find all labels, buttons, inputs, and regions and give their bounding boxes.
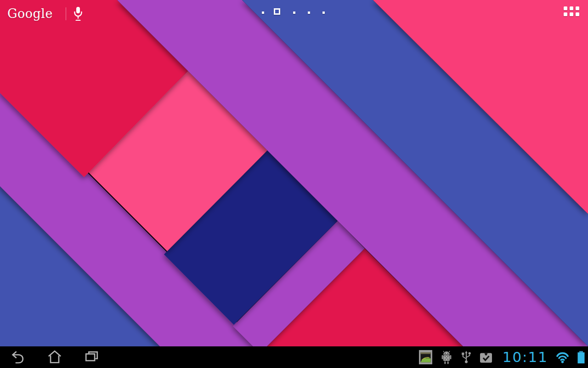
status-clock: 10:11 (503, 346, 548, 368)
page-dot-1[interactable] (262, 12, 264, 14)
grid-square-icon (570, 12, 573, 16)
grid-square-icon (564, 6, 567, 10)
status-tray[interactable]: 10:11 (418, 346, 585, 368)
battery-icon (577, 351, 585, 364)
home-button[interactable] (47, 349, 62, 365)
usb-debugging-android-icon (440, 350, 453, 365)
microphone-icon (73, 6, 83, 22)
all-apps-button[interactable] (564, 6, 579, 16)
grid-square-icon (564, 12, 567, 16)
grid-square-icon (570, 6, 573, 10)
home-top-bar: Google (0, 0, 588, 28)
recent-apps-button[interactable] (84, 349, 99, 365)
home-screen: Google (0, 0, 588, 368)
system-navigation-bar: 10:11 (0, 346, 588, 368)
screenshot-thumbnail-icon (418, 350, 433, 365)
google-logo[interactable]: Google (7, 6, 53, 21)
page-dot-4[interactable] (308, 12, 310, 14)
back-icon (10, 349, 25, 365)
recent-apps-icon (84, 349, 99, 365)
material-wallpaper (0, 0, 588, 368)
page-dot-5[interactable] (322, 12, 325, 14)
page-dot-3[interactable] (293, 12, 295, 14)
home-icon (47, 349, 62, 365)
voice-search-button[interactable] (73, 6, 83, 22)
search-widget-divider (66, 7, 66, 20)
grid-square-icon (576, 6, 579, 10)
back-button[interactable] (10, 349, 25, 365)
grid-square-icon (576, 12, 579, 16)
page-indicator (257, 6, 335, 20)
download-complete-bag-icon (479, 351, 493, 364)
page-dot-2-current[interactable] (274, 8, 280, 15)
wifi-signal-icon (555, 351, 570, 363)
usb-connected-icon (460, 350, 472, 364)
google-search-widget[interactable]: Google (7, 6, 83, 22)
